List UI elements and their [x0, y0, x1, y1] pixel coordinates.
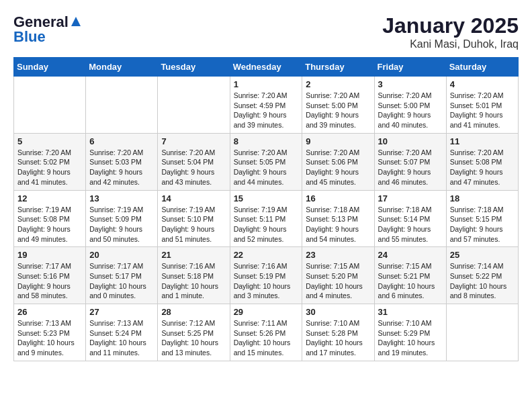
calendar-cell: 12Sunrise: 7:19 AM Sunset: 5:08 PM Dayli…	[14, 190, 86, 247]
day-info: Sunrise: 7:19 AM Sunset: 5:08 PM Dayligh…	[17, 205, 82, 244]
day-number: 12	[17, 193, 82, 203]
day-info: Sunrise: 7:20 AM Sunset: 5:00 PM Dayligh…	[378, 91, 443, 130]
weekday-header-thursday: Thursday	[302, 58, 374, 77]
svg-marker-0	[71, 17, 81, 26]
calendar-cell: 20Sunrise: 7:17 AM Sunset: 5:17 PM Dayli…	[86, 247, 158, 304]
day-number: 11	[450, 136, 515, 146]
day-number: 2	[306, 79, 370, 89]
day-info: Sunrise: 7:11 AM Sunset: 5:26 PM Dayligh…	[234, 318, 299, 358]
day-number: 8	[234, 136, 299, 146]
calendar-cell: 24Sunrise: 7:15 AM Sunset: 5:21 PM Dayli…	[374, 247, 446, 304]
calendar-subtitle: Kani Masi, Duhok, Iraq	[382, 38, 519, 50]
day-number: 15	[234, 193, 299, 203]
day-number: 22	[234, 250, 299, 260]
day-info: Sunrise: 7:20 AM Sunset: 5:08 PM Dayligh…	[450, 148, 515, 187]
weekday-header-row: SundayMondayTuesdayWednesdayThursdayFrid…	[14, 58, 519, 77]
calendar-cell: 31Sunrise: 7:10 AM Sunset: 5:29 PM Dayli…	[374, 304, 446, 361]
calendar-cell: 21Sunrise: 7:16 AM Sunset: 5:18 PM Dayli…	[158, 247, 230, 304]
calendar-cell: 30Sunrise: 7:10 AM Sunset: 5:28 PM Dayli…	[302, 304, 374, 361]
calendar-week-row: 19Sunrise: 7:17 AM Sunset: 5:16 PM Dayli…	[14, 247, 519, 304]
day-number: 9	[306, 136, 370, 146]
day-info: Sunrise: 7:20 AM Sunset: 5:01 PM Dayligh…	[450, 91, 515, 130]
calendar-cell: 18Sunrise: 7:18 AM Sunset: 5:15 PM Dayli…	[446, 190, 518, 247]
calendar-cell: 17Sunrise: 7:18 AM Sunset: 5:14 PM Dayli…	[374, 190, 446, 247]
day-number: 4	[450, 79, 515, 89]
day-info: Sunrise: 7:20 AM Sunset: 5:04 PM Dayligh…	[161, 148, 226, 187]
day-info: Sunrise: 7:18 AM Sunset: 5:13 PM Dayligh…	[306, 205, 370, 244]
calendar-table: SundayMondayTuesdayWednesdayThursdayFrid…	[13, 57, 519, 361]
calendar-week-row: 26Sunrise: 7:13 AM Sunset: 5:23 PM Dayli…	[14, 304, 519, 361]
day-info: Sunrise: 7:10 AM Sunset: 5:29 PM Dayligh…	[378, 318, 443, 358]
day-info: Sunrise: 7:15 AM Sunset: 5:21 PM Dayligh…	[378, 261, 443, 301]
day-number: 20	[89, 250, 154, 260]
day-info: Sunrise: 7:20 AM Sunset: 4:59 PM Dayligh…	[234, 91, 299, 130]
day-number: 6	[89, 136, 154, 146]
day-number: 31	[378, 307, 443, 317]
weekday-header-tuesday: Tuesday	[158, 58, 230, 77]
calendar-cell: 19Sunrise: 7:17 AM Sunset: 5:16 PM Dayli…	[14, 247, 86, 304]
calendar-cell: 23Sunrise: 7:15 AM Sunset: 5:20 PM Dayli…	[302, 247, 374, 304]
calendar-cell: 5Sunrise: 7:20 AM Sunset: 5:02 PM Daylig…	[14, 133, 86, 190]
calendar-week-row: 5Sunrise: 7:20 AM Sunset: 5:02 PM Daylig…	[14, 133, 519, 190]
day-number: 7	[161, 136, 226, 146]
calendar-cell: 14Sunrise: 7:19 AM Sunset: 5:10 PM Dayli…	[158, 190, 230, 247]
calendar-cell	[14, 77, 86, 134]
calendar-cell: 25Sunrise: 7:14 AM Sunset: 5:22 PM Dayli…	[446, 247, 518, 304]
day-info: Sunrise: 7:19 AM Sunset: 5:11 PM Dayligh…	[234, 205, 299, 244]
day-number: 10	[378, 136, 443, 146]
day-info: Sunrise: 7:20 AM Sunset: 5:02 PM Dayligh…	[17, 148, 82, 187]
calendar-cell: 4Sunrise: 7:20 AM Sunset: 5:01 PM Daylig…	[446, 77, 518, 134]
calendar-cell: 28Sunrise: 7:12 AM Sunset: 5:25 PM Dayli…	[158, 304, 230, 361]
day-number: 18	[450, 193, 515, 203]
calendar-week-row: 1Sunrise: 7:20 AM Sunset: 4:59 PM Daylig…	[14, 77, 519, 134]
day-info: Sunrise: 7:20 AM Sunset: 5:03 PM Dayligh…	[89, 148, 154, 187]
logo-triangle-icon	[70, 15, 82, 30]
day-info: Sunrise: 7:20 AM Sunset: 5:06 PM Dayligh…	[306, 148, 370, 187]
calendar-cell: 9Sunrise: 7:20 AM Sunset: 5:06 PM Daylig…	[302, 133, 374, 190]
calendar-cell: 1Sunrise: 7:20 AM Sunset: 4:59 PM Daylig…	[230, 77, 302, 134]
calendar-cell: 11Sunrise: 7:20 AM Sunset: 5:08 PM Dayli…	[446, 133, 518, 190]
day-info: Sunrise: 7:19 AM Sunset: 5:10 PM Dayligh…	[161, 205, 226, 244]
day-number: 27	[89, 307, 154, 317]
day-number: 25	[450, 250, 515, 260]
day-info: Sunrise: 7:18 AM Sunset: 5:15 PM Dayligh…	[450, 205, 515, 244]
day-info: Sunrise: 7:18 AM Sunset: 5:14 PM Dayligh…	[378, 205, 443, 244]
day-number: 19	[17, 250, 82, 260]
calendar-cell: 13Sunrise: 7:19 AM Sunset: 5:09 PM Dayli…	[86, 190, 158, 247]
day-number: 14	[161, 193, 226, 203]
day-info: Sunrise: 7:16 AM Sunset: 5:19 PM Dayligh…	[234, 261, 299, 301]
calendar-cell	[158, 77, 230, 134]
day-number: 24	[378, 250, 443, 260]
day-info: Sunrise: 7:13 AM Sunset: 5:24 PM Dayligh…	[89, 318, 154, 358]
calendar-cell: 16Sunrise: 7:18 AM Sunset: 5:13 PM Dayli…	[302, 190, 374, 247]
calendar-week-row: 12Sunrise: 7:19 AM Sunset: 5:08 PM Dayli…	[14, 190, 519, 247]
day-info: Sunrise: 7:14 AM Sunset: 5:22 PM Dayligh…	[450, 261, 515, 301]
calendar-cell	[86, 77, 158, 134]
day-info: Sunrise: 7:13 AM Sunset: 5:23 PM Dayligh…	[17, 318, 82, 358]
day-info: Sunrise: 7:17 AM Sunset: 5:16 PM Dayligh…	[17, 261, 82, 301]
calendar-cell: 8Sunrise: 7:20 AM Sunset: 5:05 PM Daylig…	[230, 133, 302, 190]
day-info: Sunrise: 7:17 AM Sunset: 5:17 PM Dayligh…	[89, 261, 154, 301]
calendar-cell: 29Sunrise: 7:11 AM Sunset: 5:26 PM Dayli…	[230, 304, 302, 361]
logo-blue: Blue	[13, 28, 46, 46]
calendar-cell: 27Sunrise: 7:13 AM Sunset: 5:24 PM Dayli…	[86, 304, 158, 361]
weekday-header-friday: Friday	[374, 58, 446, 77]
calendar-cell: 6Sunrise: 7:20 AM Sunset: 5:03 PM Daylig…	[86, 133, 158, 190]
day-info: Sunrise: 7:10 AM Sunset: 5:28 PM Dayligh…	[306, 318, 370, 358]
day-number: 23	[306, 250, 370, 260]
weekday-header-wednesday: Wednesday	[230, 58, 302, 77]
weekday-header-sunday: Sunday	[14, 58, 86, 77]
day-number: 28	[161, 307, 226, 317]
calendar-cell: 15Sunrise: 7:19 AM Sunset: 5:11 PM Dayli…	[230, 190, 302, 247]
calendar-cell: 3Sunrise: 7:20 AM Sunset: 5:00 PM Daylig…	[374, 77, 446, 134]
weekday-header-monday: Monday	[86, 58, 158, 77]
day-info: Sunrise: 7:16 AM Sunset: 5:18 PM Dayligh…	[161, 261, 226, 301]
day-number: 17	[378, 193, 443, 203]
weekday-header-saturday: Saturday	[446, 58, 518, 77]
calendar-cell	[446, 304, 518, 361]
day-info: Sunrise: 7:20 AM Sunset: 5:07 PM Dayligh…	[378, 148, 443, 187]
day-number: 21	[161, 250, 226, 260]
calendar-cell: 2Sunrise: 7:20 AM Sunset: 5:00 PM Daylig…	[302, 77, 374, 134]
day-info: Sunrise: 7:19 AM Sunset: 5:09 PM Dayligh…	[89, 205, 154, 244]
logo: General Blue	[13, 13, 82, 46]
